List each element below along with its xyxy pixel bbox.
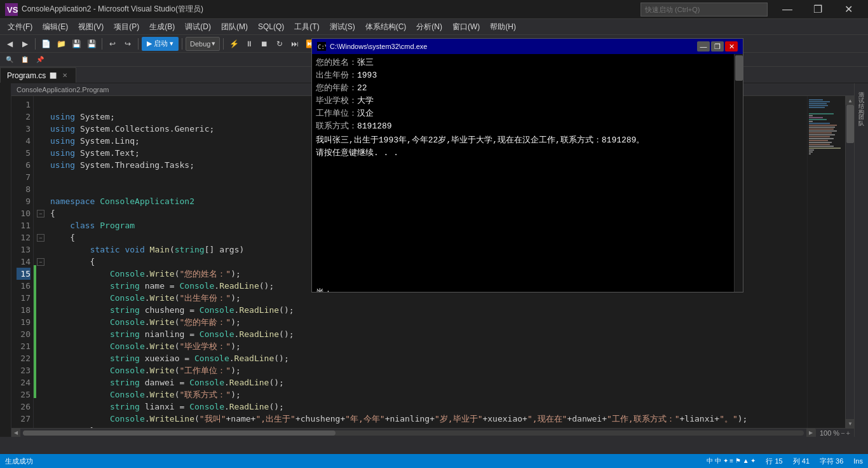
right-panel-btn-6[interactable]: 队队: [856, 113, 867, 118]
cmd-scrollbar[interactable]: [734, 54, 743, 292]
menu-build[interactable]: 生成(B): [144, 20, 180, 34]
save-all-button[interactable]: 💾: [85, 37, 98, 51]
ins-indicator: Ins: [853, 457, 863, 465]
encoding-icon: 中 中 ✦ ≡ ⚑ ▲ ✦: [707, 457, 756, 465]
h-scrollbar-thumb[interactable]: [23, 430, 336, 436]
cmd-line-8: 请按任意键继续. . .: [316, 147, 730, 160]
cmd-title-text: C:\Windows\system32\cmd.exe: [330, 43, 427, 50]
menu-help[interactable]: 帮助(H): [485, 20, 521, 34]
forward-button[interactable]: ▶: [18, 37, 32, 51]
status-bar-right: 中 中 ✦ ≡ ⚑ ▲ ✦ 行 15 列 41 字符 36 Ins: [707, 457, 863, 466]
toolbar-btn-b[interactable]: ⏸: [242, 37, 256, 51]
scroll-right-button[interactable]: ▶: [806, 429, 815, 437]
tab-program-cs[interactable]: Program.cs ⬜ ✕: [0, 67, 76, 83]
cmd-close-button[interactable]: ✕: [725, 41, 738, 52]
zoom-control: 100 % − +: [815, 429, 854, 437]
open-button[interactable]: 📁: [54, 37, 68, 51]
toolbar-btn-e[interactable]: ⏭: [288, 37, 302, 51]
horizontal-scrollbar[interactable]: ◀ ▶ 100 % − +: [11, 428, 854, 437]
status-bar-left: 生成成功: [5, 457, 33, 466]
title-bar: VS ConsoleApplication2 - Microsoft Visua…: [0, 0, 868, 19]
debug-label: Debug: [190, 40, 210, 48]
cmd-title-bar[interactable]: C:\ C:\Windows\system32\cmd.exe — ❐ ✕: [312, 39, 743, 54]
scroll-thumb[interactable]: [846, 105, 854, 143]
cmd-icon: C:\: [317, 42, 326, 51]
debug-dropdown[interactable]: Debug ▾: [186, 37, 220, 51]
toolbar2-btn-3[interactable]: 📌: [33, 53, 47, 67]
undo-button[interactable]: ↩: [105, 37, 119, 51]
right-panel: 测沿 试试 结结 构构 团团 队队: [854, 83, 868, 437]
tab-close-button[interactable]: ✕: [60, 71, 69, 79]
menu-project[interactable]: 项目(P): [109, 20, 144, 34]
toolbar2-btn-2[interactable]: 📋: [18, 53, 32, 67]
menu-window[interactable]: 窗口(W): [447, 20, 485, 34]
menu-team[interactable]: 团队(M): [216, 20, 253, 34]
zoom-increase-btn[interactable]: +: [846, 429, 850, 437]
cmd-minimize-button[interactable]: —: [697, 41, 710, 52]
col-indicator: 列 41: [793, 457, 810, 466]
menu-file[interactable]: 文件(F): [3, 20, 37, 34]
svg-text:C:\: C:\: [318, 44, 326, 50]
vs-logo-icon: VS: [5, 3, 18, 16]
toolbar2-btn-1[interactable]: 🔍: [3, 53, 17, 67]
cmd-line-6: 联系方式：8191289: [316, 120, 730, 133]
new-button[interactable]: 📄: [39, 37, 53, 51]
cmd-content: 您的姓名：张三 出生年份：1993 您的年龄：22 毕业学校：大学 工作单位：汉…: [312, 54, 734, 292]
cmd-line-7: 我叫张三,出生于1993年,今年22岁,毕业于大学,现在在汉企工作,联系方式：8…: [316, 134, 730, 147]
cmd-line-9: 半：: [316, 287, 730, 292]
zoom-decrease-btn[interactable]: −: [841, 429, 844, 437]
menu-analyze[interactable]: 分析(N): [411, 20, 447, 34]
right-panel-btn-3[interactable]: 结结: [856, 96, 867, 101]
restore-button[interactable]: ❐: [803, 0, 832, 19]
redo-button[interactable]: ↪: [121, 37, 135, 51]
cmd-window: C:\ C:\Windows\system32\cmd.exe — ❐ ✕ 您的…: [311, 38, 743, 292]
save-button[interactable]: 💾: [69, 37, 83, 51]
toolbar-btn-d[interactable]: ↻: [273, 37, 287, 51]
expand-area: − − −: [36, 96, 45, 428]
toolbar-btn-a[interactable]: ⚡: [227, 37, 241, 51]
char-indicator: 字符 36: [820, 457, 843, 466]
toolbar-sep-4: [182, 38, 182, 50]
cmd-line-3: 您的年龄：22: [316, 82, 730, 95]
menu-debug[interactable]: 调试(D): [180, 20, 216, 34]
toolbar-btn-c[interactable]: ⏹: [257, 37, 271, 51]
menu-test[interactable]: 测试(S): [325, 20, 360, 34]
cmd-body: 您的姓名：张三 出生年份：1993 您的年龄：22 毕业学校：大学 工作单位：汉…: [312, 54, 743, 292]
cmd-line-1: 您的姓名：张三: [316, 57, 730, 69]
scroll-down-button[interactable]: ▼: [846, 419, 854, 428]
menu-view[interactable]: 视图(V): [73, 20, 109, 34]
status-bar: 生成成功 中 中 ✦ ≡ ⚑ ▲ ✦ 行 15 列 41 字符 36 Ins: [0, 454, 868, 468]
h-scrollbar-track[interactable]: [23, 430, 804, 436]
close-button[interactable]: ✕: [834, 0, 863, 19]
toolbar-sep-1: [35, 38, 36, 50]
vertical-scrollbar[interactable]: ▲ ▼: [845, 96, 854, 428]
namespace-collapse[interactable]: −: [37, 210, 44, 217]
start-icon: ▶: [147, 39, 152, 48]
start-label: 启动 ▾: [154, 39, 173, 48]
menu-arch[interactable]: 体系结构(C): [360, 20, 412, 34]
scroll-up-button[interactable]: ▲: [846, 96, 854, 105]
debug-arrow: ▾: [212, 39, 215, 48]
class-collapse[interactable]: −: [37, 234, 44, 242]
toolbar-sep-3: [138, 38, 139, 50]
encoding-indicators: 中 中 ✦ ≡ ⚑ ▲ ✦: [707, 457, 756, 465]
right-panel-btn-2[interactable]: 试试: [856, 90, 867, 95]
start-button[interactable]: ▶ 启动 ▾: [142, 37, 179, 51]
zoom-value: 100 %: [820, 429, 839, 437]
minimize-button[interactable]: —: [773, 0, 802, 19]
method-collapse[interactable]: −: [37, 258, 44, 266]
menu-sql[interactable]: SQL(Q): [253, 21, 289, 32]
cmd-restore-button[interactable]: ❐: [711, 41, 724, 52]
cmd-line-5: 工作单位：汉企: [316, 107, 730, 120]
right-panel-btn-1[interactable]: 测沿: [856, 85, 867, 90]
tab-icon: ⬜: [50, 72, 57, 79]
menu-tools[interactable]: 工具(T): [289, 20, 324, 34]
cmd-scroll-thumb[interactable]: [735, 55, 743, 81]
quick-launch-input[interactable]: [641, 3, 768, 17]
breadcrumb-path: ConsoleApplication2.Program: [17, 86, 109, 93]
right-panel-btn-5[interactable]: 团团: [856, 107, 867, 113]
scroll-left-button[interactable]: ◀: [11, 429, 20, 437]
back-button[interactable]: ◀: [3, 37, 17, 51]
right-panel-btn-4[interactable]: 构构: [856, 102, 867, 107]
menu-edit[interactable]: 编辑(E): [37, 20, 73, 34]
